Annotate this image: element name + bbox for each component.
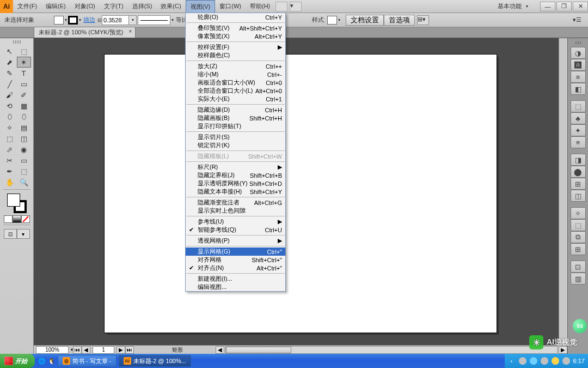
quick-launch-2[interactable]: 🐧 bbox=[47, 355, 57, 367]
tool-9-1[interactable]: ◉ bbox=[17, 144, 31, 155]
menu-5[interactable]: 效果(C) bbox=[156, 0, 185, 13]
align-button[interactable]: ⊞▾ bbox=[417, 15, 429, 25]
menu-item-15[interactable]: 隐藏画板(B)Shift+Ctrl+H bbox=[186, 114, 285, 122]
menu-2[interactable]: 对象(O) bbox=[70, 0, 100, 13]
document-tab[interactable]: 未标题-2 @ 100% (CMYK/预览) × bbox=[34, 27, 136, 38]
tool-9-0[interactable]: ⬀ bbox=[3, 144, 17, 155]
panel-icon-4[interactable]: ⬚ bbox=[571, 100, 586, 112]
quick-launch-1[interactable]: 🌐 bbox=[37, 355, 47, 367]
prefs-button[interactable]: 首选项 bbox=[384, 15, 415, 26]
menu-item-41[interactable]: 编辑视图... bbox=[186, 283, 285, 291]
menu-item-3[interactable]: 像素预览(X)Alt+Ctrl+Y bbox=[186, 32, 285, 40]
maximize-button[interactable]: ❐ bbox=[556, 2, 572, 11]
screen-mode-switcher[interactable]: ▾ bbox=[17, 229, 30, 239]
tray-icon-3[interactable] bbox=[541, 357, 548, 365]
tray-icon-1[interactable] bbox=[519, 357, 526, 365]
panel-icon-16[interactable]: ⊡ bbox=[571, 261, 586, 273]
tool-7-0[interactable]: ✧ bbox=[3, 122, 17, 133]
artboard[interactable] bbox=[105, 55, 497, 333]
tool-12-1[interactable]: 🔍 bbox=[17, 177, 31, 188]
nav-next[interactable]: ▶ bbox=[117, 346, 125, 354]
tool-4-1[interactable]: ✐ bbox=[17, 89, 31, 100]
menu-item-40[interactable]: 新建视图(I)... bbox=[186, 275, 285, 283]
tool-7-1[interactable]: ▤ bbox=[17, 122, 31, 133]
scroll-track-h[interactable] bbox=[225, 346, 558, 354]
panel-icon-1[interactable]: 🅰 bbox=[571, 59, 586, 71]
tool-1-1[interactable]: ✶ bbox=[17, 57, 31, 68]
tool-2-1[interactable]: T bbox=[17, 68, 31, 79]
menu-item-8[interactable]: 放大(Z)Ctrl++ bbox=[186, 62, 285, 70]
stroke-swatch[interactable] bbox=[68, 16, 78, 25]
workspace-switcher[interactable]: 基本功能 bbox=[493, 2, 526, 10]
stroke-weight-input[interactable] bbox=[102, 15, 129, 25]
scroll-thumb-h[interactable] bbox=[226, 347, 291, 353]
tool-6-0[interactable]: ⬯ bbox=[3, 111, 17, 122]
tool-2-0[interactable]: ✎ bbox=[3, 68, 17, 79]
tool-0-1[interactable]: ⬚ bbox=[17, 46, 31, 57]
menu-item-0[interactable]: 轮廓(O)Ctrl+Y bbox=[186, 13, 285, 21]
menu-4[interactable]: 选择(S) bbox=[128, 0, 157, 13]
panel-icon-15[interactable]: ⊞ bbox=[571, 243, 586, 255]
menu-item-38[interactable]: ✔对齐点(N)Alt+Ctrl+" bbox=[186, 264, 285, 272]
nav-first[interactable]: ⏮ bbox=[73, 346, 82, 354]
menu-item-32[interactable]: ✔智能参考线(Q)Ctrl+U bbox=[186, 226, 285, 234]
stroke-style-preview[interactable] bbox=[138, 15, 170, 25]
menu-item-24[interactable]: 隐藏定界框(J)Shift+Ctrl+B bbox=[186, 171, 285, 179]
menu-item-23[interactable]: 标尺(R)▶ bbox=[186, 163, 285, 171]
menu-item-18[interactable]: 显示切片(S) bbox=[186, 133, 285, 141]
menu-8[interactable]: 帮助(H) bbox=[246, 0, 274, 13]
panel-grip[interactable] bbox=[573, 41, 584, 45]
scroll-left[interactable]: ◀ bbox=[216, 346, 224, 354]
tool-5-1[interactable]: ▦ bbox=[17, 100, 31, 111]
menu-item-2[interactable]: 叠印预览(V)Alt+Shift+Ctrl+Y bbox=[186, 24, 285, 32]
panel-icon-9[interactable]: ⬤ bbox=[571, 166, 586, 178]
menu-3[interactable]: 文字(T) bbox=[100, 0, 128, 13]
tool-3-1[interactable]: ▭ bbox=[17, 79, 31, 89]
panel-icon-11[interactable]: ◫ bbox=[571, 190, 586, 202]
menu-item-31[interactable]: 参考线(U)▶ bbox=[186, 218, 285, 226]
clock[interactable]: 6:17 bbox=[573, 358, 585, 364]
tool-10-1[interactable]: ▭ bbox=[17, 155, 31, 166]
menu-item-6[interactable]: 校样颜色(C) bbox=[186, 51, 285, 59]
tool-8-0[interactable]: ⬚ bbox=[3, 133, 17, 144]
close-button[interactable]: ✕ bbox=[573, 2, 588, 11]
tray-expand-icon[interactable]: ‹ bbox=[508, 357, 516, 365]
style-swatch[interactable] bbox=[327, 16, 337, 25]
share-badge[interactable]: SS bbox=[573, 319, 587, 333]
panel-icon-5[interactable]: ♣ bbox=[571, 112, 586, 124]
tool-8-1[interactable]: ◫ bbox=[17, 133, 31, 144]
menu-item-10[interactable]: 画板适合窗口大小(W)Ctrl+0 bbox=[186, 79, 285, 87]
stroke-weight-dd[interactable]: ▾ bbox=[129, 15, 137, 25]
menu-item-34[interactable]: 透视网格(P)▶ bbox=[186, 237, 285, 245]
tool-11-1[interactable]: ⬚ bbox=[17, 166, 31, 177]
screen-mode-normal[interactable]: ⊡ bbox=[4, 229, 17, 239]
toolbox-grip[interactable] bbox=[3, 40, 30, 45]
panel-icon-17[interactable]: ▥ bbox=[571, 273, 586, 285]
tool-3-0[interactable]: ╱ bbox=[3, 79, 17, 89]
tray-icon-5[interactable] bbox=[562, 357, 570, 365]
panel-icon-8[interactable]: ◨ bbox=[571, 154, 586, 166]
panel-icon-7[interactable]: ≡ bbox=[571, 136, 586, 148]
start-button[interactable]: 开始 bbox=[0, 354, 35, 368]
menu-item-9[interactable]: 缩小(M)Ctrl+- bbox=[186, 70, 285, 79]
taskbar-item-0[interactable]: ◎简书 - 写文章 - bbox=[58, 355, 117, 367]
panel-icon-12[interactable]: ✧ bbox=[571, 207, 586, 219]
panel-icon-10[interactable]: ⊞ bbox=[571, 178, 586, 190]
menu-item-36[interactable]: 显示网格(G)Ctrl+" bbox=[186, 248, 285, 256]
panel-icon-14[interactable]: ⧉ bbox=[571, 231, 586, 243]
menu-item-19[interactable]: 锁定切片(K) bbox=[186, 141, 285, 149]
menu-item-29[interactable]: 显示实时上色间隙 bbox=[186, 207, 285, 215]
tool-10-0[interactable]: ✂ bbox=[3, 155, 17, 166]
doc-setup-button[interactable]: 文档设置 bbox=[346, 15, 384, 26]
menu-toolbtn-2[interactable]: ▾ bbox=[290, 2, 302, 11]
color-mode-gradient[interactable] bbox=[13, 215, 21, 223]
close-tab-icon[interactable]: × bbox=[129, 28, 132, 34]
artboard-number[interactable]: 1 bbox=[93, 346, 114, 354]
tray-icon-2[interactable] bbox=[530, 357, 537, 365]
taskbar-item-1[interactable]: Ai未标题-2 @ 100%... bbox=[119, 355, 191, 367]
nav-prev[interactable]: ◀ bbox=[82, 346, 90, 354]
menu-item-37[interactable]: 对齐网格Shift+Ctrl+" bbox=[186, 256, 285, 264]
tool-0-0[interactable]: ↖ bbox=[3, 46, 17, 57]
menu-6[interactable]: 视图(V) bbox=[186, 0, 216, 13]
zoom-level[interactable]: 100% bbox=[36, 346, 69, 354]
